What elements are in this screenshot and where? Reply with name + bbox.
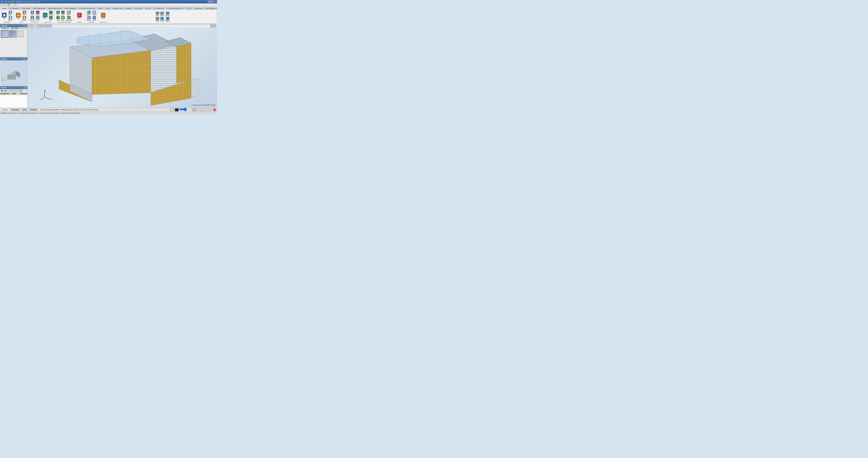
- qa-dropdown[interactable]: ▼: [18, 4, 20, 5]
- remove-button[interactable]: ✕ Rem.: [76, 12, 83, 19]
- feature-panel-close[interactable]: ×: [24, 87, 27, 89]
- snap-btn-1[interactable]: [197, 108, 200, 111]
- ribbon-tab-2dgeom[interactable]: 2-D Geometry: [152, 7, 165, 9]
- viewport-nav-scale-btn[interactable]: ⊡: [46, 25, 49, 28]
- snap-record-btn[interactable]: [213, 108, 216, 111]
- close-document-button[interactable]: ✕ Close: [36, 10, 40, 16]
- plugins-button[interactable]: 🔌 Plugins: [165, 17, 170, 22]
- orient-button[interactable]: ⟳ Orient...: [86, 10, 92, 16]
- snap-btn-4[interactable]: [207, 108, 210, 111]
- drawing-thumb-2[interactable]: [9, 30, 17, 38]
- viewport-nav-view-btn[interactable]: ↖: [36, 25, 39, 28]
- viewport-nav-btn-1[interactable]: ⬡: [28, 25, 31, 28]
- status-tab-feature[interactable]: Feature: [1, 109, 9, 111]
- cat-button[interactable]: ≡ Cat.: [56, 16, 60, 21]
- ribbon-tab-metaleng[interactable]: Metal Engineering: [47, 7, 62, 9]
- article-button[interactable]: 📑 Artic...: [66, 10, 72, 16]
- ribbon-tab-views[interactable]: Views: [104, 7, 111, 9]
- 3d-viewport[interactable]: ⬡ □ ↖ ✥ ↻ ⊡ ⊕ ⚙ ☰: [28, 24, 217, 108]
- ribbon-tab-steeleng[interactable]: Steel Engineering: [31, 7, 46, 9]
- ribbon-tab-home[interactable]: Home: [1, 7, 8, 9]
- save-as-button[interactable]: 💾 Save as*: [29, 16, 35, 21]
- frame-button[interactable]: ⬜ Frame: [92, 10, 97, 16]
- maximize-button[interactable]: □: [211, 1, 213, 3]
- feature-btn-6[interactable]: -: [16, 89, 19, 92]
- viewport-nav-rotate-btn[interactable]: ↻: [42, 25, 45, 28]
- drawing-thumb-3[interactable]: [18, 31, 24, 37]
- status-tab-hcm[interactable]: HCM: [21, 108, 28, 111]
- ribbon-tab-sketch[interactable]: Sketch: [97, 7, 104, 9]
- ref-button[interactable]: ⊞ Ref.: [49, 16, 53, 21]
- status-color-swatch[interactable]: [175, 108, 179, 111]
- ribbon-tab-3dffs[interactable]: 3-D FFS: [184, 7, 193, 9]
- viewport-menu-btn[interactable]: ☰: [213, 25, 216, 28]
- viewport-nav-move-btn[interactable]: ✥: [39, 25, 42, 28]
- ribbon-tab-exploded[interactable]: Exploded view: [112, 7, 124, 9]
- viewport-nav-btn-2[interactable]: □: [32, 25, 35, 28]
- ribbon-tab-pointcloud[interactable]: Point Cloud: [133, 7, 144, 9]
- qa-undo-button[interactable]: ↩: [0, 4, 3, 6]
- graphic-viewport[interactable]: X Y Z: [1, 61, 27, 85]
- status-slider[interactable]: [179, 108, 192, 111]
- feature-settings[interactable]: ⚙: [20, 89, 23, 92]
- viewport-settings-btn[interactable]: ⚙: [210, 25, 213, 28]
- drawing-panel-close[interactable]: ×: [24, 25, 27, 27]
- open-document-button[interactable]: 📋 Docu...: [22, 10, 27, 16]
- ribbon-tab-2dpart[interactable]: 2-D Part: [144, 7, 152, 9]
- open-button[interactable]: 📂 Open: [15, 12, 21, 19]
- ribbon-tab-2ddim[interactable]: 2-D Dimensioning+Text: [165, 7, 184, 9]
- ribbon-tab-3dstandard[interactable]: 3-D Standard: [8, 7, 20, 9]
- viewport-nav-extra-btn[interactable]: ⊕: [49, 25, 52, 28]
- graphic-panel-close[interactable]: ×: [24, 58, 27, 60]
- drawing-tab-2[interactable]: GIG FASS: [10, 27, 19, 29]
- status-page-btn[interactable]: 📄: [170, 108, 175, 111]
- feature-btn-3[interactable]: 📋: [7, 89, 10, 92]
- part-button[interactable]: ⬡ Part...: [42, 12, 48, 19]
- snap-btn-5[interactable]: [210, 108, 213, 111]
- document-button[interactable]: 📋 Docu...: [60, 16, 65, 21]
- scale-button[interactable]: ⚖ Scale: [155, 17, 159, 22]
- attr-button[interactable]: A Attr.: [155, 11, 159, 17]
- world-button[interactable]: 🌐 World: [160, 17, 165, 22]
- ribbon-tab-simplify[interactable]: Simplify: [124, 7, 132, 9]
- object-button[interactable]: ⬡ Object: [100, 12, 106, 19]
- drawing-panel-pin[interactable]: 📌: [22, 25, 24, 27]
- qa-redo-button[interactable]: ↪: [4, 4, 7, 6]
- exchange-button[interactable]: ⇄ Exchange: [66, 16, 72, 21]
- save-button[interactable]: 💾 Save: [29, 10, 35, 16]
- feature-btn-2[interactable]: ◀: [4, 89, 6, 92]
- snap-btn-3[interactable]: [204, 108, 207, 111]
- new-article-button[interactable]: 📑 Article...: [8, 16, 13, 21]
- drawing-tab-1[interactable]: DRAWING1: [0, 27, 10, 29]
- feature-btn-5[interactable]: +: [13, 89, 16, 92]
- minimize-button[interactable]: −: [208, 1, 210, 3]
- qa-save-button[interactable]: 💾: [7, 4, 10, 6]
- new-document-button[interactable]: 📋 Docu...: [8, 10, 13, 16]
- dense-button[interactable]: ▦ Dense...: [86, 16, 92, 21]
- status-tab-variables[interactable]: Variables: [29, 108, 38, 111]
- new-button[interactable]: 📄 New: [1, 12, 7, 19]
- feature-btn-1[interactable]: ▶: [0, 89, 3, 92]
- bom-button[interactable]: ≡ BOM: [92, 16, 97, 21]
- ribbon-tab-profile[interactable]: Profile Installation: [62, 7, 78, 9]
- qa-open-button[interactable]: 📂: [14, 4, 17, 6]
- user-button[interactable]: 👤 User: [60, 10, 65, 16]
- feature-btn-4[interactable]: 🔍: [10, 89, 13, 92]
- extras-button[interactable]: ⋮ Extras: [165, 11, 170, 17]
- visual-button[interactable]: 👁 Visual..: [160, 11, 165, 17]
- status-tab-properties[interactable]: Properties: [10, 108, 20, 111]
- snap-btn-2[interactable]: [200, 108, 203, 111]
- close-button[interactable]: ×: [214, 1, 216, 3]
- open-article-button[interactable]: 📑 Article...: [22, 16, 27, 21]
- qa-new-button[interactable]: 📄: [10, 4, 13, 6]
- graphic-panel-pin[interactable]: 📌: [22, 58, 24, 60]
- ribbon-tab-info[interactable]: Information: [193, 7, 204, 9]
- ribbon-tab-3ddim[interactable]: 3-D Dimensioning+Text: [78, 7, 97, 9]
- expand-button[interactable]: ⊕ Exp.: [56, 10, 60, 16]
- feature-panel-pin[interactable]: 📌: [22, 87, 24, 89]
- update-button[interactable]: ↻ Update: [49, 10, 53, 16]
- ribbon-tab-planteng[interactable]: Plant Engineering: [204, 7, 217, 9]
- ribbon-tab-sheetmetal[interactable]: Sheet Metal: [20, 7, 31, 9]
- drawing-thumb-1[interactable]: [1, 30, 8, 38]
- print-button[interactable]: 🖨 Print: [36, 16, 40, 21]
